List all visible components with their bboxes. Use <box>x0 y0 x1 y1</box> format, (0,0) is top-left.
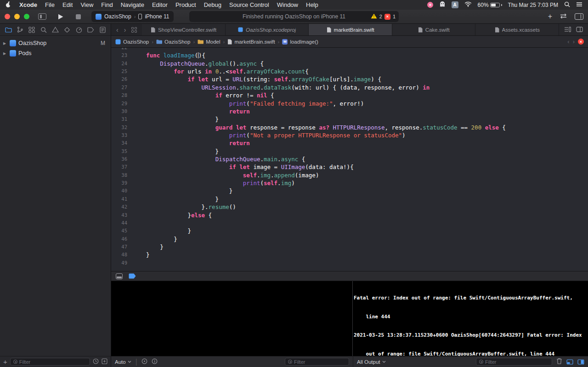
code-line[interactable]: 26 if let url = URL(string: self.arrayOf… <box>111 75 588 83</box>
menu-navigate[interactable]: Navigate <box>121 1 144 8</box>
editor-options-icon[interactable] <box>564 26 571 34</box>
recent-files-icon[interactable] <box>93 358 99 366</box>
ghost-icon[interactable] <box>439 1 446 9</box>
line-number[interactable]: 48 <box>111 251 132 259</box>
editor-layout-button[interactable] <box>575 13 583 20</box>
flat-view-icon[interactable] <box>141 358 147 366</box>
line-number[interactable]: 25 <box>111 68 132 75</box>
tab-shopviewcontroller[interactable]: ShopViewController.swift <box>142 24 226 35</box>
code-line[interactable]: 35 } <box>111 147 588 155</box>
line-number[interactable]: 39 <box>111 179 132 187</box>
line-number[interactable]: 28 <box>111 91 132 99</box>
console-scope-dropdown[interactable]: All Output <box>357 359 386 365</box>
scheme-selector[interactable]: OazisShop › iPhone 11 <box>91 11 174 22</box>
add-editor-icon[interactable] <box>576 26 583 34</box>
library-button[interactable]: + <box>548 13 552 20</box>
source-editor[interactable]: 2223 func loadImage(){24 DispatchQueue.g… <box>111 48 588 271</box>
line-number[interactable]: 26 <box>111 75 132 83</box>
menu-find[interactable]: Find <box>101 1 113 8</box>
notification-center-icon[interactable] <box>576 2 582 8</box>
back-button[interactable]: ‹ <box>116 26 119 34</box>
scm-filter-icon[interactable] <box>102 358 107 366</box>
wifi-icon[interactable] <box>464 1 472 8</box>
code-line[interactable]: 25 for urls in 0..<self.arrayOfCake.coun… <box>111 68 588 75</box>
status-app-icon[interactable] <box>427 2 433 8</box>
warning-icon[interactable] <box>371 13 377 20</box>
tab-xcodeproj[interactable]: OazisShop.xcodeproj <box>226 24 309 35</box>
code-line[interactable]: 49 <box>111 259 588 267</box>
clear-console-icon[interactable] <box>556 358 562 366</box>
code-line[interactable]: 48 } <box>111 251 588 259</box>
code-line[interactable]: 44 <box>111 219 588 227</box>
code-line[interactable]: 42 }.resume() <box>111 203 588 211</box>
line-number[interactable]: 27 <box>111 84 132 91</box>
code-line[interactable]: 45 } <box>111 227 588 235</box>
variables-view[interactable] <box>111 281 353 356</box>
menu-product[interactable]: Product <box>175 1 196 8</box>
related-items-icon[interactable] <box>131 27 137 33</box>
issue-indicator-icon[interactable]: × <box>578 39 584 45</box>
close-window-button[interactable] <box>5 14 10 19</box>
line-number[interactable]: 23 <box>111 51 132 59</box>
code-line[interactable]: 23 func loadImage(){ <box>111 51 588 59</box>
menubar-clock[interactable]: Thu Mar 25 7:03 PM <box>508 2 558 8</box>
code-line[interactable]: 30 return <box>111 107 588 115</box>
line-number[interactable]: 22 <box>111 48 132 51</box>
tab-assets[interactable]: Assets.xcassets <box>475 24 559 35</box>
jumpbar-group[interactable]: OazisShop <box>156 39 190 45</box>
navigator-row-pods[interactable]: ▶ Pods <box>0 48 111 58</box>
menu-window[interactable]: Window <box>277 1 298 8</box>
line-number[interactable]: 42 <box>111 203 132 211</box>
jumpbar-project[interactable]: OazisShop <box>115 39 149 45</box>
apple-menu-icon[interactable] <box>6 1 11 9</box>
code-line[interactable]: 41 } <box>111 195 588 203</box>
hide-debug-area-icon[interactable] <box>116 273 123 279</box>
code-line[interactable]: 43 }else { <box>111 211 588 219</box>
input-source-icon[interactable]: A <box>452 1 458 8</box>
console-output[interactable]: Fatal error: Index out of range: file Sw… <box>353 281 588 356</box>
navigator-filter-input[interactable]: Filter <box>10 358 90 366</box>
console-filter-input[interactable]: Filter <box>476 358 552 366</box>
test-navigator-icon[interactable] <box>63 26 71 34</box>
jumpbar-back-icon[interactable]: ‹ <box>567 38 569 45</box>
code-line[interactable]: 22 <box>111 48 588 51</box>
window-tabs-icon[interactable] <box>38 13 46 20</box>
breakpoints-toggle-icon[interactable] <box>129 273 136 279</box>
code-line[interactable]: 37 if let image = UIImage(data: data!){ <box>111 163 588 171</box>
line-number[interactable]: 29 <box>111 100 132 107</box>
code-line[interactable]: 29 print("Failed fetching image:", error… <box>111 100 588 107</box>
line-number[interactable]: 47 <box>111 243 132 251</box>
code-line[interactable]: 27 URLSession.shared.dataTask(with: url)… <box>111 84 588 91</box>
menu-debug[interactable]: Debug <box>204 1 221 8</box>
swap-editors-icon[interactable] <box>560 12 567 21</box>
tab-marketbrain[interactable]: marketBrain.swift <box>309 24 392 35</box>
code-line[interactable]: 31 } <box>111 115 588 123</box>
zoom-window-button[interactable] <box>24 14 29 19</box>
code-line[interactable]: 46 } <box>111 235 588 243</box>
menu-source-control[interactable]: Source Control <box>229 1 269 8</box>
run-button[interactable] <box>58 14 63 20</box>
debug-navigator-icon[interactable] <box>75 26 83 34</box>
line-number[interactable]: 45 <box>111 227 132 235</box>
navigator-row-oazisshop[interactable]: ▶ OazisShop M <box>0 38 111 48</box>
error-icon[interactable]: × <box>384 14 390 20</box>
stop-button[interactable] <box>76 14 81 19</box>
tab-cake[interactable]: Cake.swift <box>392 24 476 35</box>
code-line[interactable]: 39 print(self.img) <box>111 179 588 187</box>
line-number[interactable]: 40 <box>111 187 132 195</box>
report-navigator-icon[interactable] <box>98 26 107 34</box>
line-number[interactable]: 35 <box>111 147 132 155</box>
jumpbar-forward-icon[interactable]: › <box>573 38 575 45</box>
code-line[interactable]: 32 guard let response = response as? HTT… <box>111 124 588 131</box>
disclosure-triangle-icon[interactable]: ▶ <box>3 41 7 45</box>
line-number[interactable]: 24 <box>111 60 132 68</box>
find-navigator-icon[interactable] <box>40 26 48 34</box>
jumpbar-model-group[interactable]: Model <box>198 39 220 45</box>
console-pane-toggle-icon[interactable] <box>577 359 584 365</box>
line-number[interactable]: 33 <box>111 131 132 139</box>
menu-help[interactable]: Help <box>306 1 318 8</box>
menu-file[interactable]: File <box>45 1 55 8</box>
code-line[interactable]: 24 DispatchQueue.global().async { <box>111 60 588 68</box>
symbol-navigator-icon[interactable] <box>28 26 36 34</box>
variables-pane-toggle-icon[interactable] <box>566 359 573 365</box>
